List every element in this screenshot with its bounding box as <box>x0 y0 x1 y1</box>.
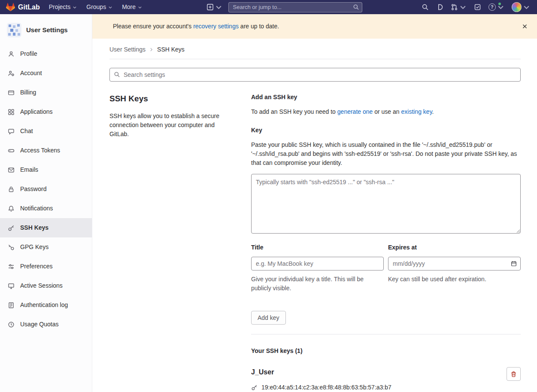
sidebar-item-emails[interactable]: Emails <box>0 160 92 179</box>
header-search-button[interactable] <box>422 3 429 11</box>
breadcrumb-user-settings[interactable]: User Settings <box>109 45 146 54</box>
sidebar-item-label: Usage Quotas <box>20 320 59 329</box>
settings-search <box>109 68 521 82</box>
expires-field-group: Expires at Key can still be used after e… <box>388 243 521 299</box>
sidebar-item-access-tokens[interactable]: Access Tokens <box>0 141 92 160</box>
sidebar-item-password[interactable]: Password <box>0 179 92 199</box>
chevron-right-icon <box>149 48 153 52</box>
todos-button[interactable] <box>474 3 481 11</box>
password-icon <box>8 186 15 193</box>
key-label: Key <box>251 126 521 135</box>
close-icon <box>522 24 528 29</box>
sidebar-item-usage-quotas[interactable]: Usage Quotas <box>0 315 92 334</box>
new-dropdown-button[interactable] <box>206 3 222 11</box>
sidebar-item-applications[interactable]: Applications <box>0 102 92 122</box>
gitlab-logo[interactable]: GitLab <box>6 2 40 12</box>
alert-dismiss-button[interactable] <box>519 21 530 32</box>
add-key-button[interactable]: Add key <box>251 311 286 325</box>
sidebar-title: User Settings <box>26 25 68 35</box>
emails-icon <box>8 167 15 173</box>
notifications-icon <box>8 205 15 212</box>
sidebar-item-label: Account <box>20 69 42 78</box>
nav-menu-projects[interactable]: Projects <box>44 0 82 14</box>
usage-quotas-icon <box>8 321 15 328</box>
search-icon <box>114 71 120 80</box>
global-search-input[interactable] <box>228 2 362 12</box>
tanuki-icon <box>6 3 15 12</box>
ssh-key-textarea[interactable] <box>251 174 521 234</box>
key-icon <box>251 384 258 391</box>
sidebar-item-label: GPG Keys <box>20 243 49 252</box>
settings-search-input[interactable] <box>109 68 521 82</box>
sidebar-item-label: Notifications <box>20 204 53 213</box>
chevron-down-icon <box>108 5 112 9</box>
authentication-log-icon <box>8 302 15 309</box>
search-icon <box>353 4 359 13</box>
add-ssh-key-heading: Add an SSH key <box>251 93 521 102</box>
expires-help-text: Key can still be used after expiration. <box>388 275 521 284</box>
sidebar-item-preferences[interactable]: Preferences <box>0 257 92 276</box>
billing-icon <box>8 89 15 96</box>
key-help-text: Paste your public SSH key, which is usua… <box>251 140 521 167</box>
title-help-text: Give your individual key a title. This w… <box>251 275 384 293</box>
ssh-key-title: J_User <box>251 367 391 377</box>
sidebar-item-ssh-keys[interactable]: SSH Keys <box>0 218 92 237</box>
top-navbar: GitLab Projects Groups More <box>0 0 537 14</box>
issues-button[interactable] <box>436 3 443 11</box>
sidebar-item-label: SSH Keys <box>20 223 49 232</box>
user-identicon-avatar <box>7 23 21 37</box>
title-field-group: Title Give your individual key a title. … <box>251 243 384 299</box>
sidebar-item-label: Chat <box>20 127 33 136</box>
chevron-down-icon <box>497 3 504 11</box>
trash-icon <box>510 371 517 377</box>
key-title-input[interactable] <box>251 257 384 270</box>
sidebar-item-profile[interactable]: Profile <box>0 44 92 64</box>
plus-box-icon <box>206 3 214 11</box>
help-menu-button[interactable]: ? <box>488 3 504 11</box>
merge-requests-button[interactable] <box>451 3 467 11</box>
ssh-keys-icon <box>8 225 15 231</box>
user-menu-button[interactable] <box>512 2 530 12</box>
sidebar-header: User Settings <box>0 20 92 44</box>
account-icon <box>8 70 15 77</box>
sidebar-item-label: Preferences <box>20 262 52 271</box>
access-tokens-icon <box>8 147 15 154</box>
sidebar-item-label: Password <box>20 185 46 194</box>
expires-at-input[interactable] <box>388 257 521 270</box>
sidebar-item-billing[interactable]: Billing <box>0 83 92 102</box>
help-icon: ? <box>488 3 496 11</box>
nav-menu-label: Groups <box>86 3 106 12</box>
section-overview: SSH Keys SSH keys allow you to establish… <box>109 93 251 392</box>
generate-one-link[interactable]: generate one <box>337 108 373 115</box>
profile-icon <box>8 51 15 58</box>
nav-menu-label: More <box>122 3 136 12</box>
nav-menu-more[interactable]: More <box>117 0 147 14</box>
sidebar-item-label: Active Sessions <box>20 281 63 290</box>
section-description: SSH keys allow you to establish a secure… <box>109 112 232 139</box>
form-intro: To add an SSH key you need to generate o… <box>251 107 521 116</box>
sidebar-item-authentication-log[interactable]: Authentication log <box>0 295 92 315</box>
global-search <box>228 2 362 12</box>
chat-icon <box>8 128 15 135</box>
delete-key-button[interactable] <box>507 367 521 381</box>
page-title: SSH Keys <box>109 93 232 105</box>
breadcrumb: User Settings SSH Keys <box>109 39 521 59</box>
form-divider <box>251 334 521 334</box>
sidebar-item-notifications[interactable]: Notifications <box>0 199 92 218</box>
sidebar-item-gpg-keys[interactable]: GPG Keys <box>0 237 92 257</box>
sidebar-item-label: Emails <box>20 165 38 174</box>
recovery-settings-alert: Please ensure your account's recovery se… <box>92 14 537 39</box>
recovery-settings-link[interactable]: recovery settings <box>193 23 239 30</box>
gpg-keys-icon <box>8 244 15 251</box>
nav-menu-label: Projects <box>49 3 71 12</box>
calendar-icon[interactable] <box>511 261 517 267</box>
main-content: Please ensure your account's recovery se… <box>92 14 537 392</box>
breadcrumb-ssh-keys: SSH Keys <box>157 45 185 54</box>
ssh-key-details: J_User 19:e0:44:a5:14:c2:3a:e8:f8:48:8b:… <box>251 367 391 392</box>
sidebar-item-chat[interactable]: Chat <box>0 122 92 141</box>
nav-menu-groups[interactable]: Groups <box>82 0 117 14</box>
todos-icon <box>474 3 481 11</box>
existing-key-link[interactable]: existing key <box>401 108 432 115</box>
sidebar-item-account[interactable]: Account <box>0 64 92 83</box>
sidebar-item-active-sessions[interactable]: Active Sessions <box>0 276 92 295</box>
